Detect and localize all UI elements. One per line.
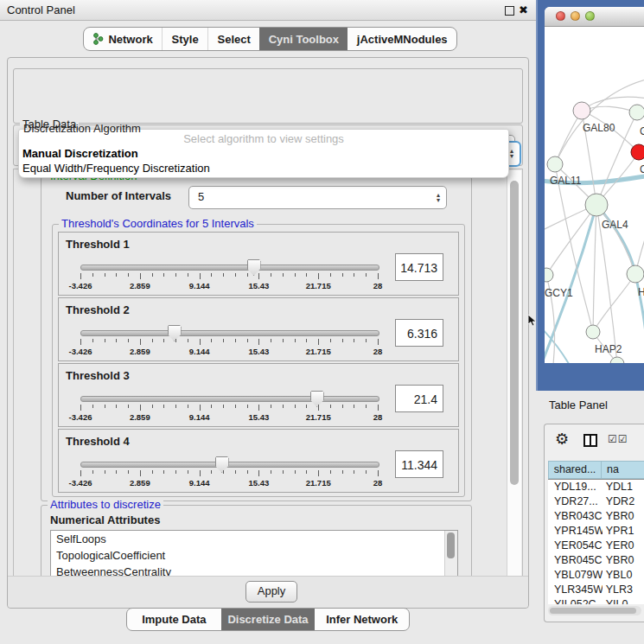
discretization-algorithm-group [13,68,523,124]
settings-scrollbar[interactable] [507,170,521,577]
shared-name-cell[interactable]: YBR043C [548,509,603,524]
network-edge[interactable] [555,164,593,332]
table-horizontal-scrollbar[interactable] [548,606,641,615]
table-row[interactable]: YIL052CYIL0 [548,597,644,604]
tab-discretize-data[interactable]: Discretize Data [221,609,316,630]
network-node[interactable] [547,156,563,172]
table-row[interactable]: YBR045CYBR0 [548,553,644,568]
attribute-list-item[interactable]: TopologicalCoefficient [51,547,457,564]
name-cell[interactable]: YIL0 [603,597,644,604]
tab-network[interactable]: Network [84,28,162,50]
tab-style[interactable]: Style [162,28,207,50]
table-row[interactable]: YBL079WYBL0 [548,568,644,583]
zoom-traffic-light-icon[interactable] [585,11,595,21]
shared-name-cell[interactable]: YBL079W [548,568,603,583]
threshold-slider[interactable] [80,396,379,402]
table-row[interactable]: YBR043CYBR0 [548,509,644,524]
apply-button[interactable]: Apply [245,581,297,603]
network-node[interactable] [573,102,590,119]
slider-tick-labels: -3.4262.8599.14415.4321.71528 [80,281,378,291]
network-edge[interactable] [596,205,635,274]
network-canvas[interactable]: GAL80GACGAL11GAL4GCY1HHAP2 [545,26,644,363]
threshold-label: Threshold 1 [66,238,130,251]
control-panel-tabs: Network Style Select Cyni Toolbox jActiv… [83,27,457,51]
minimize-traffic-light-icon[interactable] [571,11,580,21]
number-of-intervals-combobox[interactable]: 5 ▴▾ [188,186,447,209]
threshold-slider[interactable] [80,330,379,336]
table-row[interactable]: YPR145WYPR1 [548,524,644,539]
numerical-attributes-label: Numerical Attributes [50,513,160,526]
slider-ticks [80,273,378,280]
combo-arrows-icon: ▴▾ [510,149,513,159]
table-header-row: shared... na [548,461,644,480]
table-panel-toolbar: ⚙ ☑☑ [545,424,644,457]
network-node[interactable] [585,194,608,216]
network-edge[interactable] [546,205,596,275]
network-icon [92,33,104,45]
settings-scrollbar-thumb[interactable] [510,181,519,485]
tab-jactivemnodules[interactable]: jActiveMNodules [348,28,456,50]
network-edge[interactable] [596,205,635,274]
column-header-name[interactable]: na [602,461,644,479]
threshold-row: Threshold 1-3.4262.8599.14415.4321.71528… [58,232,459,296]
tab-impute-data[interactable]: Impute Data [127,609,221,630]
name-cell[interactable]: YLR3 [603,583,644,597]
network-edge[interactable] [593,205,596,332]
shared-name-cell[interactable]: YDR27... [548,494,603,509]
threshold-value-field[interactable]: 6.316 [395,319,443,347]
name-cell[interactable]: YDR2 [603,494,644,509]
checkbox-icons[interactable]: ☑☑ [608,433,628,445]
cyni-mode-tabs: Impute Data Discretize Data Infer Networ… [126,608,410,631]
threshold-value-field[interactable]: 11.344 [395,450,443,478]
network-edge[interactable] [555,78,644,164]
list-scrollbar-thumb[interactable] [447,532,455,558]
threshold-label: Threshold 3 [66,369,130,382]
threshold-value-field[interactable]: 14.713 [395,253,443,281]
table-horizontal-scrollbar-thumb[interactable] [550,608,636,614]
table-row[interactable]: YER054CYER0 [548,539,644,553]
threshold-slider[interactable] [80,265,379,271]
split-view-icon[interactable] [583,434,597,447]
name-cell[interactable]: YDL1 [603,480,644,494]
network-node[interactable] [629,105,644,120]
name-cell[interactable]: YBR0 [603,509,644,524]
threshold-label: Threshold 2 [66,303,130,316]
shared-name-cell[interactable]: YER054C [548,539,603,553]
close-icon[interactable]: ✖ [519,3,528,17]
network-edge[interactable] [593,274,635,332]
network-node[interactable] [627,265,644,283]
tab-cyni-toolbox[interactable]: Cyni Toolbox [259,28,348,50]
shared-name-cell[interactable]: YDL19... [548,480,603,494]
table-panel: ⚙ ☑☑ shared... na YDL19...YDL1YDR27...YD… [544,424,644,622]
name-cell[interactable]: YBR0 [603,553,644,568]
attribute-list-item[interactable]: SelfLoops [51,531,457,547]
algorithm-option-manual[interactable]: Manual Discretization [22,147,138,160]
list-scrollbar[interactable] [444,531,457,578]
shared-name-cell[interactable]: YLR345W [548,583,603,597]
table-row[interactable]: YLR345WYLR3 [548,583,644,597]
network-node[interactable] [545,268,553,282]
close-traffic-light-icon[interactable] [556,11,565,21]
network-node[interactable] [586,325,600,339]
shared-name-cell[interactable]: YIL052C [548,597,603,604]
tab-network-label: Network [108,33,152,46]
table-row[interactable]: YDL19...YDL1 [548,480,644,494]
column-header-shared-name[interactable]: shared... [548,461,602,479]
threshold-row: Threshold 4-3.4262.8599.14415.4321.71528… [58,429,459,493]
tab-select[interactable]: Select [207,28,259,50]
algorithm-option-equal-width[interactable]: Equal Width/Frequency Discretization [22,162,210,175]
name-cell[interactable]: YBL0 [603,568,644,583]
network-window-titlebar[interactable] [545,7,644,27]
threshold-slider[interactable] [80,462,379,468]
threshold-value-field[interactable]: 21.4 [395,385,443,412]
network-node[interactable] [631,144,644,160]
name-cell[interactable]: YER0 [603,539,644,553]
gear-icon[interactable]: ⚙ [555,430,569,448]
shared-name-cell[interactable]: YBR045C [548,553,603,568]
name-cell[interactable]: YPR1 [603,524,644,539]
float-window-icon[interactable] [505,6,514,16]
shared-name-cell[interactable]: YPR145W [548,524,603,539]
tab-infer-network[interactable]: Infer Network [315,609,409,630]
network-node-label: C [640,163,644,175]
table-row[interactable]: YDR27...YDR2 [548,494,644,509]
